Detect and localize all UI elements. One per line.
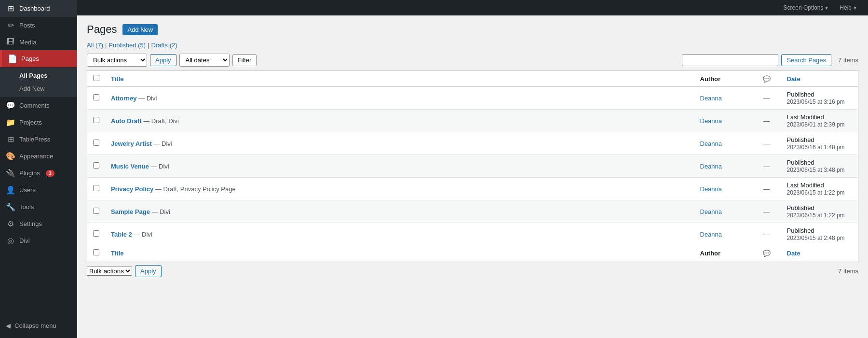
sidebar-item-label: Media: [19, 39, 36, 46]
sidebar: ⊞ Dashboard ✏ Posts 🎞 Media 📄 Pages All …: [0, 0, 77, 338]
row-meta: — Divi: [134, 231, 152, 238]
row-title-cell: Privacy Policy — Draft, Privacy Policy P…: [105, 178, 694, 200]
row-date-status: Published: [787, 227, 814, 234]
row-date-status: Published: [787, 159, 814, 166]
row-comments-value: —: [763, 95, 770, 102]
row-title-link[interactable]: Music Venue: [111, 163, 149, 170]
collapse-icon: ◀: [6, 322, 11, 329]
title-sort-link[interactable]: Title: [111, 75, 124, 83]
footer-date-sort-link[interactable]: Date: [787, 250, 800, 257]
sidebar-item-label: Appearance: [19, 153, 53, 160]
sidebar-item-appearance[interactable]: 🎨 Appearance: [0, 148, 77, 165]
submenu-add-new[interactable]: Add New: [0, 82, 77, 95]
row-checkbox[interactable]: [93, 185, 99, 191]
row-checkbox[interactable]: [93, 140, 99, 146]
screen-options-button[interactable]: Screen Options ▾: [780, 2, 832, 13]
row-title-link[interactable]: Privacy Policy: [111, 185, 153, 193]
sidebar-item-posts[interactable]: ✏ Posts: [0, 17, 77, 34]
help-button[interactable]: Help ▾: [836, 2, 860, 13]
plugins-icon: 🔌: [6, 169, 15, 178]
sidebar-item-label: Comments: [19, 102, 50, 109]
users-icon: 👤: [6, 185, 15, 195]
filter-published-link[interactable]: Published (5): [108, 42, 146, 49]
sidebar-item-tablepress[interactable]: ⊞ TablePress: [0, 131, 77, 148]
sidebar-item-plugins[interactable]: 🔌 Plugins 3: [0, 165, 77, 182]
table-row: Attorney — Divi Deanna — Published 2023/…: [87, 87, 858, 110]
submenu-all-pages[interactable]: All Pages: [0, 69, 77, 82]
row-title-link[interactable]: Table 2: [111, 231, 132, 238]
bottom-apply-button[interactable]: Apply: [135, 265, 162, 277]
filter-drafts-link[interactable]: Drafts (2): [151, 42, 177, 49]
row-title-link[interactable]: Attorney: [111, 95, 136, 102]
table-row: Jewelry Artist — Divi Deanna — Published…: [87, 132, 858, 155]
sidebar-item-users[interactable]: 👤 Users: [0, 182, 77, 198]
row-author-cell: Deanna: [694, 200, 752, 223]
row-checkbox[interactable]: [93, 94, 99, 100]
row-title-link[interactable]: Auto Draft: [111, 117, 142, 125]
table-header-row: Title Author 💬 Date: [87, 71, 858, 87]
row-title-link[interactable]: Sample Page: [111, 208, 150, 215]
sidebar-item-divi[interactable]: ◎ Divi: [0, 232, 77, 249]
row-comments-cell: —: [752, 178, 781, 200]
dates-filter-select[interactable]: All dates: [179, 54, 230, 67]
row-date-value: 2023/08/01 at 2:39 pm: [787, 121, 845, 128]
row-comments-value: —: [763, 208, 770, 215]
row-title-cell: Table 2 — Divi: [105, 223, 694, 246]
row-author-link[interactable]: Deanna: [700, 208, 722, 215]
sidebar-item-tools[interactable]: 🔧 Tools: [0, 198, 77, 215]
row-author-link[interactable]: Deanna: [700, 95, 722, 102]
row-comments-value: —: [763, 163, 770, 170]
collapse-menu[interactable]: ◀ Collapse menu: [6, 319, 71, 332]
row-checkbox[interactable]: [93, 208, 99, 214]
row-author-link[interactable]: Deanna: [700, 185, 722, 193]
filter-links: All (7) | Published (5) | Drafts (2): [87, 42, 858, 49]
sidebar-item-comments[interactable]: 💬 Comments: [0, 97, 77, 114]
apply-button[interactable]: Apply: [150, 54, 176, 66]
bulk-actions-select[interactable]: Bulk actions: [87, 54, 147, 67]
sidebar-item-label: Posts: [19, 22, 35, 29]
row-title-link[interactable]: Jewelry Artist: [111, 140, 152, 147]
sidebar-item-dashboard[interactable]: ⊞ Dashboard: [0, 0, 77, 17]
search-pages-button[interactable]: Search Pages: [781, 54, 831, 66]
row-author-cell: Deanna: [694, 132, 752, 155]
select-all-checkbox[interactable]: [93, 75, 99, 81]
date-sort-link[interactable]: Date: [787, 75, 800, 83]
footer-title-sort-link[interactable]: Title: [111, 250, 124, 257]
sidebar-item-label: Divi: [19, 237, 30, 244]
tools-icon: 🔧: [6, 202, 15, 211]
sidebar-item-settings[interactable]: ⚙ Settings: [0, 215, 77, 232]
add-new-button[interactable]: Add New: [122, 24, 158, 35]
row-comments-cell: —: [752, 223, 781, 246]
row-checkbox[interactable]: [93, 230, 99, 237]
footer-date-col: Date: [781, 245, 858, 261]
comments-icon: 💬: [6, 101, 15, 110]
sidebar-item-projects[interactable]: 📁 Projects: [0, 114, 77, 131]
row-author-link[interactable]: Deanna: [700, 163, 722, 170]
footer-author-col: Author: [694, 245, 752, 261]
sidebar-item-media[interactable]: 🎞 Media: [0, 34, 77, 50]
sidebar-item-pages[interactable]: 📄 Pages: [0, 50, 77, 67]
row-checkbox-cell: [87, 200, 106, 223]
table-body: Attorney — Divi Deanna — Published 2023/…: [87, 87, 858, 246]
title-column-header: Title: [105, 71, 694, 87]
row-author-link[interactable]: Deanna: [700, 140, 722, 147]
item-count: 7 items: [838, 56, 858, 64]
sidebar-item-label: Projects: [19, 119, 42, 126]
row-checkbox-cell: [87, 110, 106, 132]
tablepress-icon: ⊞: [6, 135, 15, 144]
filter-button[interactable]: Filter: [232, 54, 257, 66]
row-checkbox[interactable]: [93, 117, 99, 123]
row-author-link[interactable]: Deanna: [700, 231, 722, 238]
divi-icon: ◎: [6, 236, 15, 245]
page-header: Pages Add New: [87, 23, 858, 36]
row-title-cell: Attorney — Divi: [105, 87, 694, 110]
table-row: Sample Page — Divi Deanna — Published 20…: [87, 200, 858, 223]
row-author-link[interactable]: Deanna: [700, 117, 722, 125]
row-checkbox[interactable]: [93, 162, 99, 169]
filter-all-link[interactable]: All (7): [87, 42, 103, 49]
footer-select-all-checkbox[interactable]: [93, 249, 99, 255]
row-date-cell: Last Modified 2023/06/15 at 1:22 pm: [781, 178, 858, 200]
bottom-bulk-actions-select[interactable]: Bulk actions: [87, 267, 132, 276]
search-pages-input[interactable]: [682, 54, 778, 66]
row-date-cell: Published 2023/06/15 at 3:48 pm: [781, 155, 858, 178]
